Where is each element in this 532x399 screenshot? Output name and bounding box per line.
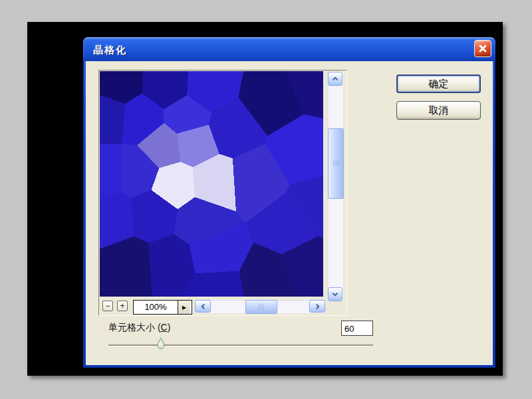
crystallize-preview-image[interactable] <box>100 71 323 297</box>
cell-size-label: 单元格大小 (C) <box>108 322 170 334</box>
chevron-right-icon <box>315 303 320 310</box>
dialog-titlebar[interactable]: 晶格化 <box>83 37 495 61</box>
cell-size-input[interactable] <box>341 321 373 336</box>
cell-size-accesskey: C <box>161 322 168 332</box>
dialog-body: − + 100% ▶ <box>86 61 493 365</box>
preview-horizontal-scrollbar[interactable] <box>195 300 325 313</box>
ok-button[interactable]: 确定 <box>396 74 481 93</box>
thumb-grip <box>259 304 265 311</box>
preview-frame: − + 100% ▶ <box>98 70 347 316</box>
zoom-level-display: 100% <box>134 301 178 314</box>
scroll-left-button[interactable] <box>195 300 211 313</box>
dialog-title: 晶格化 <box>93 37 127 62</box>
thumb-grip <box>332 161 339 167</box>
close-button[interactable] <box>474 40 491 57</box>
chevron-left-icon <box>201 303 205 310</box>
scroll-up-button[interactable] <box>328 72 342 86</box>
zoom-level-group: 100% ▶ <box>133 300 192 315</box>
right-triangle-icon: ▶ <box>182 305 186 311</box>
chevron-down-icon <box>332 292 338 297</box>
zoom-out-button[interactable]: − <box>102 301 113 311</box>
slider-thumb[interactable] <box>156 337 166 350</box>
scroll-right-button[interactable] <box>309 300 325 313</box>
zoom-menu-button[interactable]: ▶ <box>178 301 190 314</box>
screen: 晶格化 <box>0 0 532 399</box>
preview-vertical-scrollbar[interactable] <box>327 72 343 301</box>
vertical-scroll-thumb[interactable] <box>328 128 344 199</box>
preview-zoom-row: − + 100% ▶ <box>100 299 326 314</box>
cancel-button[interactable]: 取消 <box>396 101 481 120</box>
cell-size-label-text: 单元格大小 ( <box>108 322 161 332</box>
chevron-up-icon <box>332 76 338 81</box>
slider-track[interactable] <box>108 344 373 346</box>
cell-size-slider[interactable] <box>108 336 373 353</box>
close-icon <box>477 43 488 54</box>
zoom-in-button[interactable]: + <box>117 301 128 311</box>
crystallize-dialog: 晶格化 <box>83 37 495 368</box>
cell-size-label-suffix: ) <box>168 322 171 332</box>
scroll-down-button[interactable] <box>328 287 342 301</box>
horizontal-scroll-thumb[interactable] <box>245 300 277 314</box>
